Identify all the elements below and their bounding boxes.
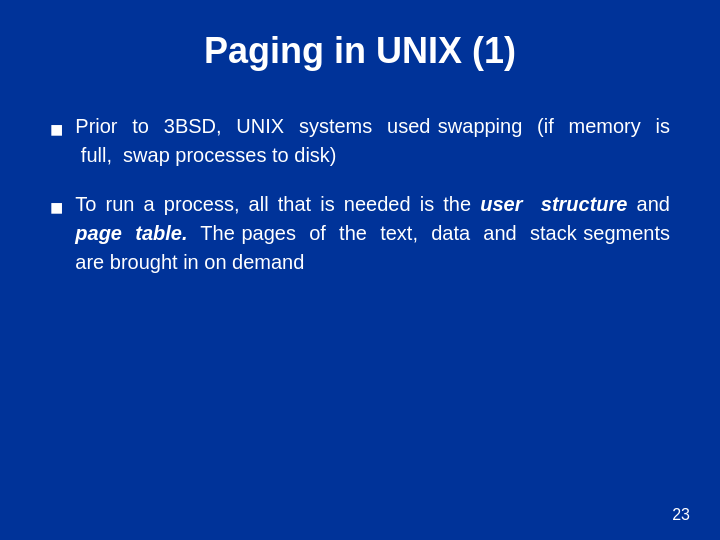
bullet-item-1: ■ Prior to 3BSD, UNIX systems used swapp… <box>50 112 670 170</box>
bullet-text-1: Prior to 3BSD, UNIX systems used swappin… <box>75 112 670 170</box>
bullet-marker-1: ■ <box>50 114 63 146</box>
italic-user-structure: user structure <box>480 193 627 215</box>
content-area: ■ Prior to 3BSD, UNIX systems used swapp… <box>50 112 670 277</box>
italic-page-table: page table. <box>75 222 187 244</box>
bullet-text-2: To run a process, all that is needed is … <box>75 190 670 277</box>
slide-title: Paging in UNIX (1) <box>50 30 670 72</box>
bullet-item-2: ■ To run a process, all that is needed i… <box>50 190 670 277</box>
slide-number: 23 <box>672 506 690 524</box>
bullet-marker-2: ■ <box>50 192 63 224</box>
